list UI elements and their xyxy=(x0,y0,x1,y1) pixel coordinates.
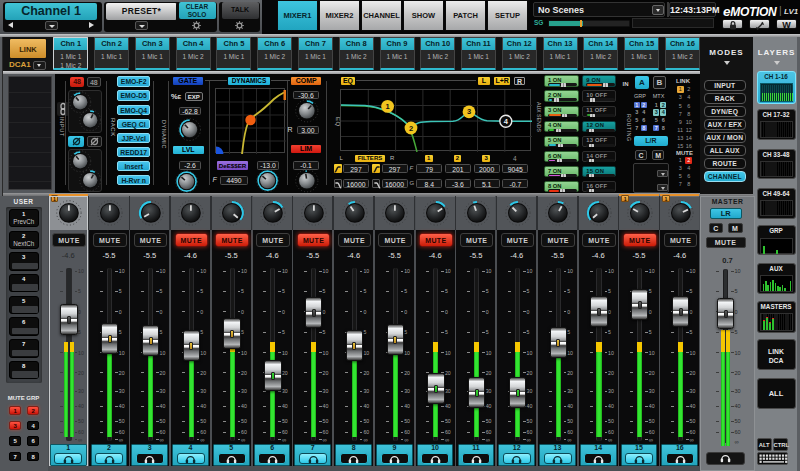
svg-text:1: 1 xyxy=(386,102,390,111)
svg-text:3: 3 xyxy=(467,107,471,116)
svg-text:2: 2 xyxy=(409,123,413,132)
